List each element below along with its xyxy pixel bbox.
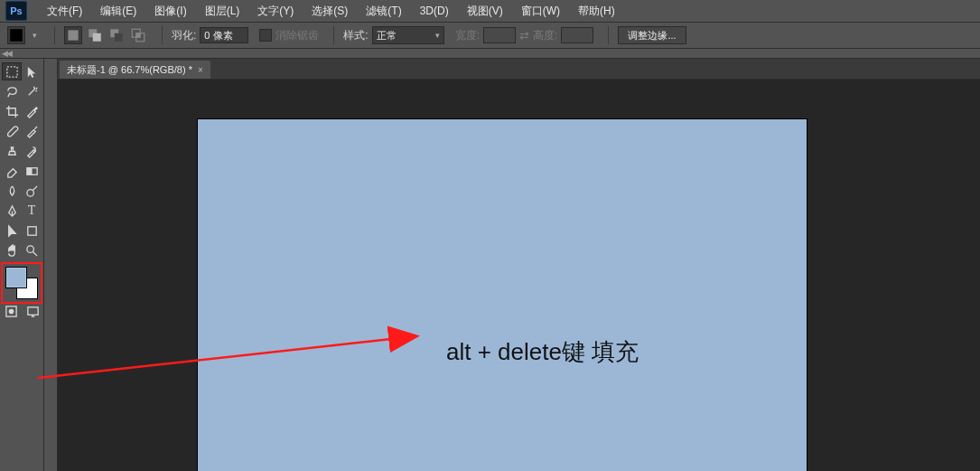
collapse-chevrons-icon: ◀◀ [0, 49, 11, 58]
divider [608, 26, 609, 44]
dodge-tool[interactable] [22, 182, 42, 200]
svg-rect-11 [26, 167, 32, 174]
gradient-tool[interactable] [22, 162, 42, 180]
eyedropper-tool[interactable] [22, 102, 42, 120]
selection-subtract-icon[interactable] [107, 26, 126, 44]
shape-tool[interactable] [22, 221, 42, 240]
svg-rect-9 [6, 66, 16, 76]
width-label: 宽度: [455, 28, 480, 43]
menu-view[interactable]: 视图(V) [458, 0, 512, 22]
selection-add-icon[interactable] [86, 26, 104, 44]
magic-wand-tool[interactable] [22, 82, 42, 100]
left-dock-strip[interactable] [44, 59, 58, 471]
antialias-checkbox[interactable] [259, 29, 272, 42]
svg-rect-8 [136, 33, 141, 38]
menu-type[interactable]: 文字(Y) [248, 0, 303, 22]
menu-3d[interactable]: 3D(D) [411, 0, 458, 22]
foreground-color-swatch[interactable] [5, 267, 27, 288]
brush-tool[interactable] [22, 122, 42, 140]
path-selection-tool[interactable] [2, 221, 22, 240]
main-area: T 未标题-1 @ 66.7%(RGB/8) * × [0, 59, 980, 471]
blur-tool[interactable] [2, 182, 22, 200]
divider [54, 26, 55, 44]
selection-mode-group [64, 26, 153, 44]
menu-filter[interactable]: 滤镜(T) [357, 0, 410, 22]
svg-point-16 [8, 308, 14, 314]
menu-window[interactable]: 窗口(W) [512, 0, 569, 22]
document-tab-bar: 未标题-1 @ 66.7%(RGB/8) * × [58, 59, 980, 80]
antialias-label: 消除锯齿 [275, 28, 319, 43]
hand-tool[interactable] [2, 241, 22, 259]
lasso-tool[interactable] [2, 82, 22, 100]
selection-new-icon[interactable] [64, 26, 82, 44]
svg-rect-1 [68, 30, 78, 40]
tool-indicator-chevron-icon[interactable]: ▾ [29, 26, 40, 44]
menu-help[interactable]: 帮助(H) [569, 0, 624, 22]
document-tab[interactable]: 未标题-1 @ 66.7%(RGB/8) * × [60, 61, 210, 79]
menu-layer[interactable]: 图层(L) [196, 0, 249, 22]
healing-brush-tool[interactable] [2, 122, 22, 140]
divider [162, 26, 163, 44]
selection-intersect-icon[interactable] [129, 26, 147, 44]
color-wells [5, 267, 38, 299]
document-tab-title: 未标题-1 @ 66.7%(RGB/8) * [67, 63, 192, 77]
menu-select[interactable]: 选择(S) [303, 0, 357, 22]
eraser-tool[interactable] [2, 162, 22, 180]
feather-input[interactable] [200, 27, 248, 43]
menu-edit[interactable]: 编辑(E) [91, 0, 145, 22]
canvas-viewport[interactable]: alt + delete键 填充 [58, 80, 980, 471]
svg-rect-13 [27, 226, 35, 234]
svg-point-14 [26, 245, 33, 252]
height-input[interactable] [561, 27, 593, 43]
marquee-tool[interactable] [2, 62, 22, 80]
height-label: 高度: [533, 28, 557, 43]
menu-image[interactable]: 图像(I) [145, 0, 195, 22]
feather-label: 羽化: [172, 28, 196, 43]
menu-bar: Ps 文件(F) 编辑(E) 图像(I) 图层(L) 文字(Y) 选择(S) 滤… [0, 0, 980, 23]
canvas[interactable] [198, 119, 807, 471]
options-bar: ▾ 羽化: 消除锯齿 样式: 正常 宽度: ⇄ 高度: 调整边缘... [0, 23, 980, 49]
quick-mask-icon[interactable] [2, 303, 20, 319]
svg-rect-3 [93, 33, 101, 42]
tool-indicator-marquee-icon[interactable] [7, 26, 25, 44]
svg-rect-17 [27, 306, 37, 314]
screen-mode-icon[interactable] [23, 303, 42, 319]
menu-file[interactable]: 文件(F) [38, 0, 91, 22]
move-tool[interactable] [22, 62, 42, 80]
swap-dimensions-icon[interactable]: ⇄ [519, 29, 529, 42]
width-input[interactable] [483, 27, 516, 43]
history-brush-tool[interactable] [22, 142, 42, 160]
type-tool[interactable]: T [22, 202, 42, 220]
clone-stamp-tool[interactable] [2, 142, 22, 160]
toolbox: T [0, 59, 44, 471]
crop-tool[interactable] [2, 102, 22, 120]
svg-rect-5 [115, 33, 123, 42]
annotation-text: alt + delete键 填充 [446, 336, 639, 368]
style-select[interactable]: 正常 [372, 26, 444, 44]
app-logo: Ps [5, 1, 27, 21]
refine-edge-button[interactable]: 调整边缘... [618, 26, 686, 44]
panel-collapse-strip[interactable]: ◀◀ [0, 49, 980, 59]
pen-tool[interactable] [2, 202, 22, 220]
svg-point-12 [26, 189, 33, 196]
style-label: 样式: [343, 28, 368, 43]
document-area: 未标题-1 @ 66.7%(RGB/8) * × alt + delete键 填… [58, 59, 980, 471]
svg-rect-0 [10, 29, 23, 42]
close-icon[interactable]: × [198, 65, 203, 75]
zoom-tool[interactable] [22, 241, 42, 259]
divider [333, 26, 334, 44]
